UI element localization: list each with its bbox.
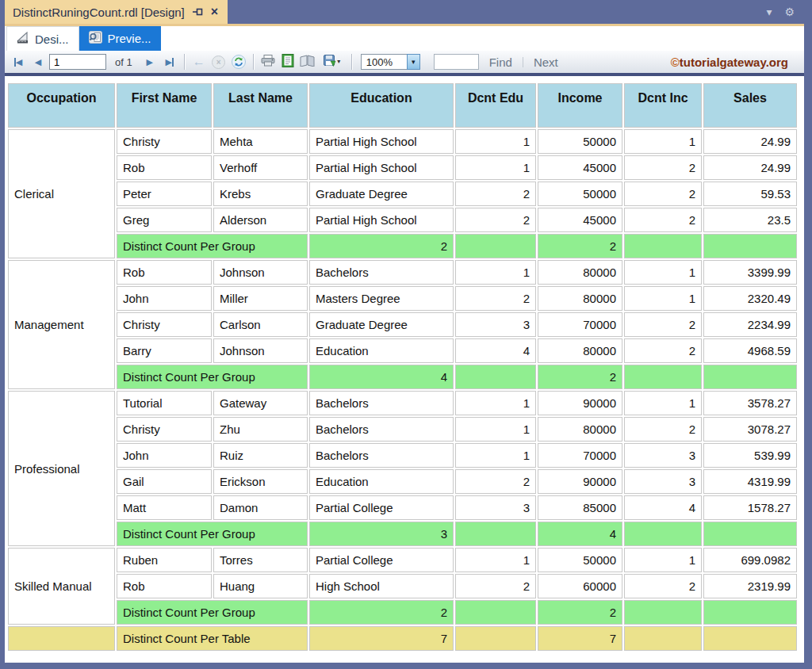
table-distinct-education: 7 [309, 626, 454, 651]
table-cell: 70000 [538, 443, 622, 468]
group-total-label: Distinct Count Per Group [117, 234, 308, 258]
next-page-button[interactable]: ▶ [141, 53, 159, 71]
table-cell: 2 [624, 208, 702, 232]
page-number-input[interactable] [49, 54, 106, 70]
table-cell: Bachelors [309, 260, 454, 285]
table-cell: Mehta [213, 129, 308, 154]
print-button[interactable] [259, 53, 277, 71]
copyright-icon: © [671, 55, 680, 69]
table-cell: 1578.27 [703, 495, 797, 520]
table-cell: 80000 [538, 417, 622, 442]
page-count-label: of 1 [109, 56, 139, 68]
table-cell [455, 522, 536, 546]
refresh-button[interactable] [230, 53, 247, 71]
table-row: JohnMillerMasters Degree28000012320.49 [8, 286, 797, 311]
table-cell: Johnson [213, 260, 308, 285]
tab-preview[interactable]: Previe... [79, 26, 161, 51]
table-cell: John [117, 286, 212, 311]
table-cell: 3 [455, 312, 536, 337]
view-tabs: Desi... Previe... [5, 26, 804, 51]
table-cell: 50000 [538, 129, 622, 154]
table-row: Skilled ManualRubenTorresPartial College… [8, 548, 797, 572]
zoom-dropdown-button[interactable]: ▾ [407, 54, 420, 70]
table-cell: Ruiz [213, 443, 308, 468]
table-cell: 2 [455, 469, 536, 494]
table-cell: Huang [213, 574, 308, 598]
report-preview-area: OccupationFirst NameLast NameEducationDc… [5, 76, 804, 663]
table-cell: Damon [213, 495, 308, 520]
stop-button[interactable]: × [210, 53, 228, 71]
table-cell: 59.53 [703, 182, 797, 206]
table-cell: 85000 [538, 495, 622, 520]
table-cell: 1 [455, 129, 536, 154]
table-cell: Zhu [213, 417, 308, 442]
table-cell: 80000 [538, 260, 622, 285]
tab-preview-label: Previe... [108, 32, 151, 45]
table-cell: 1 [455, 548, 536, 572]
table-cell: Ruben [117, 548, 212, 572]
table-cell: Gateway [213, 391, 308, 415]
table-row: GailEricksonEducation29000034319.99 [8, 469, 797, 494]
close-icon[interactable]: × [211, 6, 218, 18]
table-cell: 1 [624, 391, 702, 415]
table-cell: 2 [624, 182, 702, 206]
table-cell [624, 234, 702, 258]
last-page-button[interactable]: ▶ [161, 53, 178, 71]
chevron-down-icon[interactable]: ▾ [766, 6, 772, 18]
document-tab[interactable]: DistinctRuningCount.rdl [Design] × [5, 0, 228, 24]
table-cell: Bachelors [309, 443, 454, 468]
group-total-label: Distinct Count Per Group [117, 600, 308, 625]
table-cell: Rob [117, 155, 212, 180]
next-button[interactable]: Next [526, 55, 566, 69]
report-designer-window: DistinctRuningCount.rdl [Design] × ▾ ⚙ D… [0, 0, 812, 669]
table-cell: 24.99 [703, 155, 797, 180]
table-cell: 2 [624, 338, 702, 363]
first-page-button[interactable]: ◀ [10, 53, 27, 71]
brand-watermark: ©tutorialgateway.org [671, 55, 788, 69]
table-cell: 24.99 [703, 129, 797, 154]
print-layout-button[interactable] [279, 53, 297, 71]
table-cell: 90000 [538, 469, 622, 494]
table-cell [703, 234, 797, 258]
table-cell: 4 [455, 338, 536, 363]
ruler-icon [17, 32, 29, 46]
gear-icon[interactable]: ⚙ [784, 6, 795, 18]
table-row: ClericalChristyMehtaPartial High School1… [8, 129, 797, 154]
group-distinct-income: 2 [538, 234, 622, 258]
group-distinct-income: 2 [538, 365, 622, 389]
search-input[interactable] [434, 54, 479, 70]
export-button[interactable]: ▾ [319, 53, 346, 71]
table-cell: Krebs [213, 182, 308, 206]
table-cell: 3578.27 [703, 391, 797, 415]
pin-icon[interactable] [193, 7, 203, 17]
zoom-value[interactable]: 100% [361, 54, 407, 70]
table-cell: 2 [455, 574, 536, 598]
table-cell: 2 [455, 208, 536, 232]
tab-design-label: Desi... [35, 32, 69, 46]
find-button[interactable]: Find [481, 55, 520, 69]
table-cell: Bachelors [309, 391, 454, 415]
table-cell: 23.5 [703, 208, 797, 232]
report-viewer-toolbar: ◀ ◀ of 1 ▶ ▶ ← × ▾ 100% ▾ [5, 51, 804, 73]
table-cell: 4 [624, 495, 702, 520]
occupation-group-cell: Management [8, 260, 115, 389]
table-cell: 3399.99 [703, 260, 797, 285]
table-cell [455, 234, 536, 258]
table-cell: Johnson [213, 338, 308, 363]
table-cell: Partial High School [309, 208, 454, 232]
table-cell: Greg [117, 208, 212, 232]
page-setup-button[interactable] [299, 53, 316, 71]
table-cell: Christy [117, 312, 212, 337]
table-row: MattDamonPartial College38500041578.27 [8, 495, 797, 520]
table-cell: 699.0982 [703, 548, 797, 572]
table-cell: 1 [624, 260, 702, 285]
toolbar-separator [253, 54, 254, 70]
tab-strip-controls: ▾ ⚙ [766, 0, 804, 24]
report-table: OccupationFirst NameLast NameEducationDc… [6, 82, 799, 652]
table-row: RobHuangHigh School26000022319.99 [8, 574, 797, 598]
tab-design[interactable]: Desi... [6, 26, 79, 51]
back-button[interactable]: ← [190, 53, 208, 71]
previous-page-button[interactable]: ◀ [29, 53, 47, 71]
table-cell: High School [309, 574, 454, 598]
table-row: JohnRuizBachelors1700003539.99 [8, 443, 797, 468]
